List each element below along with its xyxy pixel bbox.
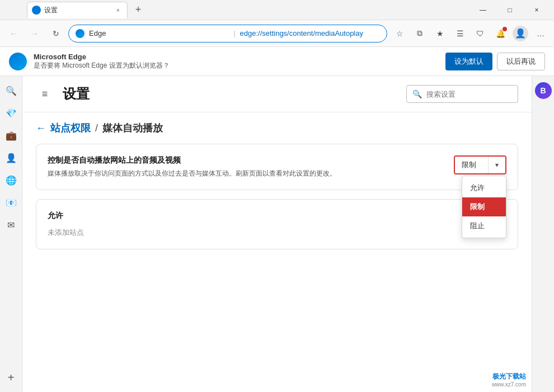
address-url: edge://settings/content/mediaAutoplay (240, 29, 380, 37)
sidebar-briefcase-icon[interactable]: 💼 (1, 125, 21, 145)
control-card: 控制是否自动播放网站上的音频及视频 媒体播放取决于你访问页面的方式以及你过去是否… (36, 144, 518, 190)
dropdown-arrow-icon: ▾ (489, 157, 505, 173)
allow-section-empty: 未添加站点 (48, 228, 506, 238)
control-card-header: 控制是否自动播放网站上的音频及视频 媒体播放取决于你访问页面的方式以及你过去是否… (48, 155, 506, 178)
promo-banner: Microsoft Edge 是否要将 Microsoft Edge 设置为默认… (0, 47, 554, 76)
close-window-button[interactable]: × (524, 0, 550, 20)
notification-dot (503, 27, 507, 31)
copilot-icon: B (535, 82, 552, 99)
maximize-button[interactable]: □ (497, 0, 523, 20)
tab-area: 设置 × + (27, 2, 147, 18)
breadcrumb-back-icon[interactable]: ← (36, 122, 46, 134)
title-bar: 设置 × + — □ × (0, 0, 554, 20)
tab-favicon (32, 6, 41, 15)
control-description: 媒体播放取决于你访问页面的方式以及你过去是否与媒体互动。刷新页面以查看对此设置的… (48, 169, 336, 178)
edge-favicon (76, 29, 84, 38)
active-tab[interactable]: 设置 × (27, 2, 128, 18)
autoplay-dropdown[interactable]: 限制 ▾ 允许 限制 阻止 (454, 155, 506, 174)
edge-label: Edge (89, 29, 229, 37)
dropdown-option-allow[interactable]: 允许 (462, 178, 506, 197)
more-menu-button[interactable]: … (532, 25, 550, 42)
search-input[interactable] (426, 90, 520, 98)
refresh-button[interactable]: ↻ (47, 25, 65, 42)
main-area: 🔍 💎 💼 👤 🌐 📧 ✉ + ≡ 设置 🔍 ← 站点权限 / 媒体自动播放 (0, 76, 554, 392)
sidebar-add-button[interactable]: + (1, 367, 21, 388)
favorites-icon[interactable]: ★ (431, 25, 449, 42)
promo-buttons: 设为默认 以后再说 (445, 53, 545, 70)
breadcrumb-separator: / (95, 122, 98, 134)
avatar-image: 👤 (513, 26, 528, 41)
edge-logo (9, 53, 27, 70)
sidebar-email-icon[interactable]: 📧 (1, 192, 21, 212)
title-bar-left: 设置 × + (4, 2, 147, 18)
split-screen-icon[interactable]: ⧉ (411, 25, 429, 42)
refresh-icon: ↻ (53, 29, 59, 38)
control-title: 控制是否自动播放网站上的音频及视频 (48, 155, 336, 166)
back-button[interactable]: ← (4, 25, 22, 42)
minimize-button[interactable]: — (470, 0, 496, 20)
copilot-button[interactable]: B (533, 81, 553, 101)
forward-button[interactable]: → (26, 25, 44, 42)
notifications-icon[interactable]: 🔔 (491, 25, 509, 42)
dropdown-option-limit[interactable]: 限制 (462, 197, 506, 216)
sidebar-person-icon[interactable]: 👤 (1, 148, 21, 168)
breadcrumb-parent-link[interactable]: 站点权限 (50, 121, 91, 135)
profile-avatar[interactable]: 👤 (511, 25, 529, 42)
back-icon: ← (10, 29, 17, 38)
tab-close-button[interactable]: × (114, 6, 123, 15)
new-tab-button[interactable]: + (130, 2, 147, 18)
settings-content: ≡ 设置 🔍 ← 站点权限 / 媒体自动播放 控制是否自动播放网站上的音频及视频… (22, 76, 532, 392)
copilot-sidebar: B (532, 76, 554, 392)
dropdown-current-value: 限制 (455, 157, 489, 173)
allow-section: 允许 未添加站点 (36, 199, 518, 249)
address-bar: ← → ↻ Edge | edge://settings/content/med… (0, 20, 554, 47)
sidebar-diamond-icon[interactable]: 💎 (1, 103, 21, 123)
search-icon: 🔍 (412, 89, 422, 98)
control-text: 控制是否自动播放网站上的音频及视频 媒体播放取决于你访问页面的方式以及你过去是否… (48, 155, 336, 178)
tab-title: 设置 (44, 6, 110, 15)
watermark-url: www.xz7.com (492, 381, 526, 388)
dropdown-option-block[interactable]: 阻止 (462, 216, 506, 235)
search-box[interactable]: 🔍 (406, 85, 518, 103)
dropdown-menu: 允许 限制 阻止 (462, 176, 506, 238)
page-title: 设置 (63, 85, 90, 103)
promo-text-area: Microsoft Edge 是否要将 Microsoft Edge 设置为默认… (34, 53, 439, 70)
address-divider: | (233, 30, 235, 37)
settings-header: ≡ 设置 🔍 (22, 76, 532, 112)
left-sidebar: 🔍 💎 💼 👤 🌐 📧 ✉ + (0, 76, 22, 392)
settings-panel: 控制是否自动播放网站上的音频及视频 媒体播放取决于你访问页面的方式以及你过去是否… (22, 139, 532, 263)
breadcrumb-current: 媒体自动播放 (102, 121, 163, 135)
sidebar-mail-icon[interactable]: ✉ (1, 215, 21, 235)
window-controls: — □ × (470, 0, 550, 20)
browser-essentials-icon[interactable]: 🛡 (471, 25, 489, 42)
allow-section-title: 允许 (48, 211, 506, 221)
later-button[interactable]: 以后再说 (497, 53, 545, 70)
collections-icon[interactable]: ☰ (451, 25, 469, 42)
toolbar-icons: ☆ ⧉ ★ ☰ 🛡 🔔 👤 … (391, 25, 550, 42)
breadcrumb: ← 站点权限 / 媒体自动播放 (22, 112, 532, 139)
address-bar-input[interactable]: Edge | edge://settings/content/mediaAuto… (68, 25, 387, 42)
promo-title: Microsoft Edge (34, 53, 439, 61)
dropdown-button[interactable]: 限制 ▾ (454, 155, 506, 174)
set-default-button[interactable]: 设为默认 (445, 53, 492, 70)
promo-subtitle: 是否要将 Microsoft Edge 设置为默认浏览器？ (34, 61, 439, 70)
menu-toggle-button[interactable]: ≡ (36, 85, 54, 103)
watermark: 极光下载站 www.xz7.com (492, 372, 526, 388)
watermark-logo: 极光下载站 (492, 372, 526, 381)
sidebar-search-icon[interactable]: 🔍 (1, 81, 21, 101)
forward-icon: → (31, 29, 39, 38)
sidebar-globe-icon[interactable]: 🌐 (1, 170, 21, 190)
favorites-star-icon[interactable]: ☆ (391, 25, 409, 42)
